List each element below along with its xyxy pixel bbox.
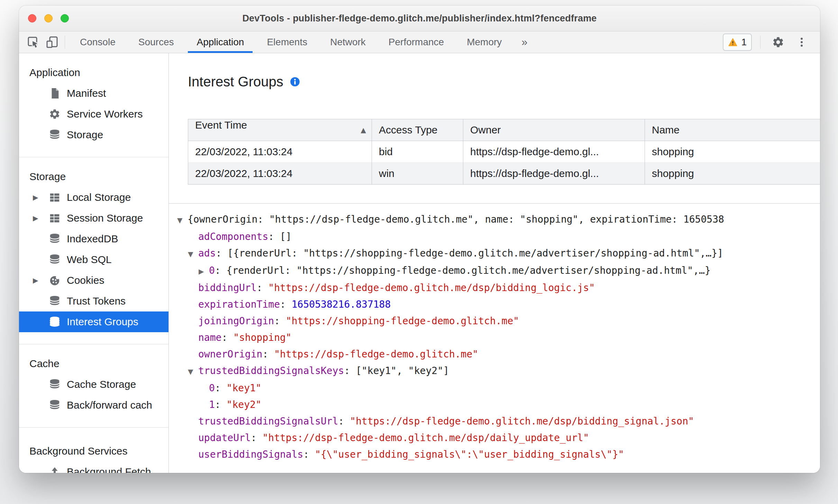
tab-console[interactable]: Console bbox=[69, 31, 127, 53]
tab-performance[interactable]: Performance bbox=[377, 31, 455, 53]
database-icon bbox=[48, 315, 61, 328]
file-icon bbox=[48, 87, 61, 100]
more-tabs-button[interactable]: » bbox=[513, 36, 536, 48]
sidebar-item-label: IndexedDB bbox=[67, 233, 118, 245]
tree-expander-icon[interactable]: ▼ bbox=[188, 246, 198, 262]
settings-button[interactable] bbox=[769, 31, 787, 53]
sidebar-item-trust-tokens[interactable]: Trust Tokens bbox=[19, 291, 168, 311]
tree-expander-icon[interactable]: ▶ bbox=[199, 263, 209, 280]
tree-expander-icon[interactable]: ▼ bbox=[177, 212, 188, 228]
expander-icon[interactable]: ▶ bbox=[33, 193, 48, 202]
json-token-string: "https://dsp-fledge-demo.glitch.me/dsp/b… bbox=[268, 282, 595, 293]
json-token-plain: : bbox=[216, 248, 228, 259]
tree-line: updateUrl: "https://dsp-fledge-demo.glit… bbox=[169, 430, 820, 446]
sidebar-item-back-forward-cach[interactable]: Back/forward cach bbox=[19, 395, 168, 416]
tab-elements[interactable]: Elements bbox=[255, 31, 319, 53]
json-token-plain: : bbox=[221, 332, 233, 343]
json-token-string: "https://shopping-fledge-demo.glitch.me" bbox=[286, 315, 519, 327]
sidebar-item-service-workers[interactable]: Service Workers bbox=[19, 104, 168, 124]
info-icon[interactable] bbox=[290, 76, 300, 87]
column-header-owner[interactable]: Owner bbox=[463, 119, 645, 141]
tab-sources[interactable]: Sources bbox=[127, 31, 185, 53]
devtools-window: DevTools - publisher-fledge-demo.glitch.… bbox=[19, 6, 820, 473]
sidebar-item-label: Web SQL bbox=[67, 254, 112, 265]
database-icon bbox=[48, 128, 61, 141]
table-row[interactable]: 22/03/2022, 11:03:24winhttps://dsp-fledg… bbox=[188, 163, 820, 185]
window-title: DevTools - publisher-fledge-demo.glitch.… bbox=[242, 13, 596, 24]
database-icon bbox=[48, 253, 61, 266]
toggle-device-toolbar-button[interactable] bbox=[43, 31, 61, 53]
json-token-plain: : bbox=[215, 265, 227, 276]
table-icon bbox=[48, 212, 61, 225]
tree-line: trustedBiddingSignalsUrl: "https://dsp-f… bbox=[169, 413, 820, 430]
sidebar-item-local-storage[interactable]: ▶Local Storage bbox=[19, 187, 168, 208]
json-token-key: name bbox=[198, 332, 221, 343]
sidebar-item-manifest[interactable]: Manifest bbox=[19, 83, 168, 104]
json-token-string: "https://dsp-fledge-demo.glitch.me" bbox=[274, 348, 478, 360]
sidebar-item-web-sql[interactable]: Web SQL bbox=[19, 249, 168, 270]
panel-header: Interest Groups bbox=[188, 73, 820, 90]
kebab-menu-icon bbox=[796, 36, 808, 48]
tree-expander-icon[interactable]: ▼ bbox=[188, 363, 198, 380]
sidebar-item-cache-storage[interactable]: Cache Storage bbox=[19, 374, 168, 395]
json-token-plain: : bbox=[251, 432, 263, 444]
json-token-string: "key2" bbox=[227, 399, 262, 410]
table-cell: win bbox=[372, 163, 463, 185]
json-token-number: 1650538216.837188 bbox=[292, 299, 391, 310]
page-title: Interest Groups bbox=[188, 73, 283, 90]
table-icon bbox=[48, 191, 61, 204]
table-row[interactable]: 22/03/2022, 11:03:24bidhttps://dsp-fledg… bbox=[188, 141, 820, 163]
json-token-key: adComponents bbox=[198, 231, 268, 242]
json-token-key: biddingUrl bbox=[198, 282, 257, 293]
sidebar-item-storage[interactable]: Storage bbox=[19, 124, 168, 145]
column-header-event-time[interactable]: Event Time▲ bbox=[188, 119, 372, 141]
sidebar-item-background-fetch[interactable]: Background Fetch bbox=[19, 461, 168, 473]
json-token-plain: : bbox=[338, 416, 350, 427]
tree-line: name: "shopping" bbox=[169, 329, 820, 346]
json-token-plain: [] bbox=[280, 231, 292, 242]
expander-icon[interactable]: ▶ bbox=[33, 276, 48, 284]
table-cell: https://dsp-fledge-demo.gl... bbox=[463, 163, 645, 185]
zoom-button[interactable] bbox=[61, 14, 69, 22]
json-token-plain: {ownerOrigin: "https://dsp-fledge-demo.g… bbox=[188, 214, 724, 225]
json-token-key: trustedBiddingSignalsKeys bbox=[198, 365, 344, 376]
sidebar-item-label: Cache Storage bbox=[67, 379, 136, 390]
sidebar-item-indexeddb[interactable]: IndexedDB bbox=[19, 228, 168, 249]
column-header-name[interactable]: Name bbox=[645, 119, 820, 141]
tree-line: adComponents: [] bbox=[169, 228, 820, 245]
panel-tabs: ConsoleSourcesApplicationElementsNetwork… bbox=[69, 31, 513, 53]
section-title-cache: Cache bbox=[19, 353, 168, 374]
window-controls bbox=[28, 6, 69, 31]
sidebar-item-cookies[interactable]: ▶Cookies bbox=[19, 270, 168, 291]
json-token-plain: : bbox=[215, 399, 227, 410]
sidebar-item-interest-groups[interactable]: Interest Groups bbox=[19, 311, 168, 332]
devtools-toolbar: ConsoleSourcesApplicationElementsNetwork… bbox=[19, 31, 820, 53]
sidebar-section-storage: Storage▶Local Storage▶Session StorageInd… bbox=[19, 157, 168, 344]
tab-network[interactable]: Network bbox=[319, 31, 377, 53]
tree-line: ▼{ownerOrigin: "https://dsp-fledge-demo.… bbox=[169, 211, 820, 228]
tree-line: joiningOrigin: "https://shopping-fledge-… bbox=[169, 313, 820, 329]
json-token-string: "https://dsp-fledge-demo.glitch.me/dsp/b… bbox=[350, 416, 694, 427]
sidebar-item-label: Background Fetch bbox=[67, 466, 151, 473]
json-token-string: "{\"user_bidding_signals\":\"user_biddin… bbox=[315, 449, 624, 460]
tab-application[interactable]: Application bbox=[185, 31, 255, 53]
sidebar-section-cache: CacheCache StorageBack/forward cach bbox=[19, 344, 168, 428]
column-header-access-type[interactable]: Access Type bbox=[372, 119, 463, 141]
warnings-badge[interactable]: 1 bbox=[723, 34, 752, 51]
inspect-element-button[interactable] bbox=[24, 31, 43, 53]
expander-icon[interactable]: ▶ bbox=[33, 214, 48, 222]
minimize-button[interactable] bbox=[44, 14, 53, 22]
json-token-key: updateUrl bbox=[198, 432, 251, 444]
device-toolbar-icon bbox=[46, 36, 58, 48]
json-token-string: "https://dsp-fledge-demo.glitch.me/dsp/d… bbox=[262, 432, 589, 444]
close-button[interactable] bbox=[28, 14, 36, 22]
json-token-key: expirationTime bbox=[198, 299, 280, 310]
section-title-application: Application bbox=[19, 62, 168, 83]
sidebar-item-label: Back/forward cach bbox=[67, 399, 152, 411]
menu-button[interactable] bbox=[792, 31, 811, 53]
tab-memory[interactable]: Memory bbox=[455, 31, 513, 53]
table-cell: shopping bbox=[645, 141, 820, 163]
sidebar-item-session-storage[interactable]: ▶Session Storage bbox=[19, 208, 168, 228]
sidebar-item-label: Service Workers bbox=[67, 108, 143, 120]
sidebar-item-label: Session Storage bbox=[67, 212, 143, 224]
